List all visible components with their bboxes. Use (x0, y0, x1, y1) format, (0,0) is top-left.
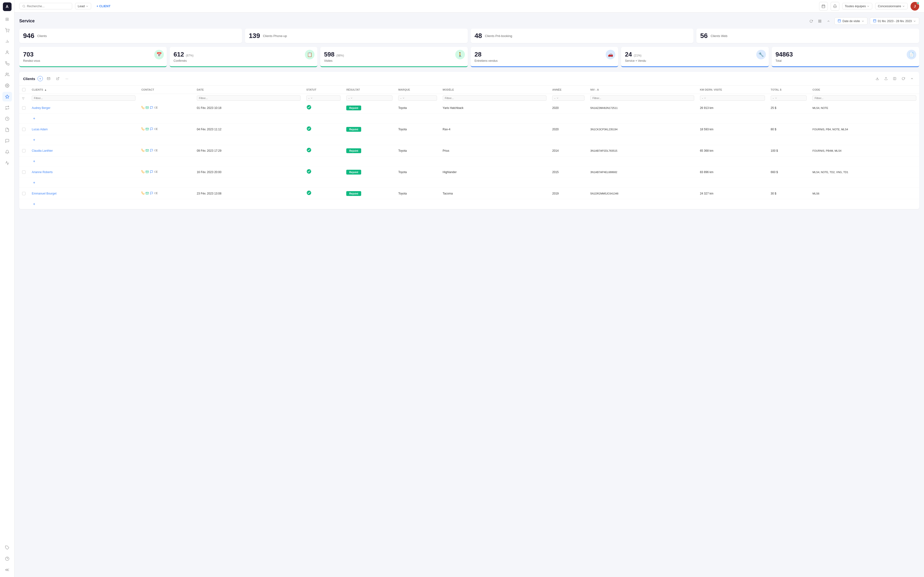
client-name-0[interactable]: Audrey Berger (32, 106, 50, 110)
filter-annee-select[interactable]: - (552, 95, 585, 101)
table-collapse-button[interactable] (909, 75, 915, 82)
sidebar-item-pulse[interactable] (2, 158, 12, 168)
col-contact[interactable]: Contact (138, 85, 194, 94)
row-checkbox-2[interactable] (22, 149, 26, 152)
sidebar-item-chart[interactable] (2, 37, 12, 46)
row-checkbox-1[interactable] (22, 128, 26, 131)
add-contact-button-4[interactable]: + (32, 202, 37, 206)
sidebar-item-clock[interactable] (2, 114, 12, 124)
col-code[interactable]: Code (809, 85, 919, 94)
chat-icon[interactable] (150, 106, 153, 110)
filter-total-select[interactable]: - (771, 95, 807, 101)
filter-niv-input[interactable] (590, 95, 694, 101)
filter-date-input[interactable] (197, 95, 300, 101)
video-icon[interactable] (154, 127, 157, 131)
col-resultat[interactable]: Résultat (343, 85, 395, 94)
table-refresh-button[interactable] (900, 75, 907, 82)
email-icon-button[interactable] (45, 75, 52, 82)
filter-km-select[interactable]: - (700, 95, 765, 101)
client-name-1[interactable]: Lucas Adam (32, 128, 48, 131)
video-icon[interactable] (154, 192, 157, 195)
filter-resultat-select[interactable]: - (346, 95, 393, 101)
video-icon[interactable] (154, 149, 157, 153)
chat-icon[interactable] (150, 127, 153, 131)
col-clients[interactable]: Clients ▲ (29, 85, 138, 94)
add-contact-button-0[interactable]: + (32, 116, 37, 121)
add-contact-button-3[interactable]: + (32, 180, 37, 185)
add-row-button[interactable]: + (37, 76, 43, 81)
add-client-button[interactable]: + CLIENT (94, 3, 113, 9)
phone-icon[interactable] (141, 127, 144, 131)
phone-icon[interactable] (141, 106, 144, 110)
filter-statut-select[interactable]: - (306, 95, 341, 101)
search-input[interactable] (27, 4, 69, 8)
client-name-4[interactable]: Emmanuel Bourget (32, 192, 57, 195)
more-options-button[interactable]: ··· (63, 75, 70, 82)
phone-icon[interactable] (141, 170, 144, 174)
sidebar-item-person[interactable] (2, 48, 12, 57)
upload-icon-button[interactable] (883, 75, 889, 82)
chat-icon[interactable] (150, 149, 153, 153)
row-checkbox-0[interactable] (22, 106, 26, 110)
filter-client-input[interactable] (32, 95, 136, 101)
row-checkbox-4[interactable] (22, 192, 26, 195)
client-name-2[interactable]: Claudia Lanthier (32, 149, 53, 152)
date-range-picker[interactable]: 01 fév. 2023 - 28 fév. 2023 (870, 17, 919, 25)
sidebar-item-transfer[interactable] (2, 103, 12, 113)
search-box[interactable] (19, 3, 72, 10)
col-marque[interactable]: Marque (395, 85, 439, 94)
chat-icon[interactable] (150, 192, 153, 195)
email-icon[interactable] (145, 149, 149, 153)
col-modele[interactable]: Modèle (440, 85, 549, 94)
grid-icon-button[interactable] (816, 18, 824, 25)
col-date[interactable]: Date (194, 85, 304, 94)
calendar-icon-button[interactable] (819, 2, 828, 11)
sidebar-item-users[interactable] (2, 70, 12, 79)
download-icon-button[interactable] (874, 75, 881, 82)
sidebar-item-notification[interactable] (2, 147, 12, 157)
phone-icon[interactable] (141, 149, 144, 153)
video-icon[interactable] (154, 106, 157, 110)
lead-dropdown[interactable]: Lead (75, 3, 91, 10)
phone-icon[interactable] (141, 192, 144, 195)
video-icon[interactable] (154, 170, 157, 174)
sidebar-item-tag[interactable] (2, 543, 12, 553)
date-filter-dropdown[interactable]: Date de visite (835, 17, 867, 25)
filter-modele-input[interactable] (443, 95, 546, 101)
client-name-3[interactable]: Arianne Roberts (32, 171, 53, 174)
sidebar-item-receipt[interactable] (2, 125, 12, 135)
sidebar-item-settings[interactable] (2, 81, 12, 90)
refresh-icon-button[interactable] (808, 18, 815, 25)
col-statut[interactable]: Statut (304, 85, 343, 94)
notification-icon-button[interactable] (830, 2, 839, 11)
sidebar-item-phone[interactable] (2, 59, 12, 68)
sidebar-item-collapse[interactable]: ≪ (2, 565, 12, 575)
col-annee[interactable]: Année (549, 85, 587, 94)
sidebar-item-shopping[interactable] (2, 26, 12, 35)
sidebar-item-help[interactable] (2, 554, 12, 564)
sidebar-item-home[interactable]: ⊞ (2, 15, 12, 24)
chat-icon[interactable] (150, 170, 153, 174)
filter-marque-select[interactable]: - (398, 95, 437, 101)
col-niv[interactable]: NIV - A (587, 85, 697, 94)
teams-dropdown[interactable]: Toutes équipes (842, 3, 872, 10)
stat-number-2: 598 (98%) (324, 51, 464, 58)
concession-dropdown[interactable]: Concessionnaire (875, 3, 908, 10)
select-all-checkbox[interactable] (22, 88, 26, 91)
sidebar-item-analytics[interactable] (2, 92, 12, 102)
filter-code-input[interactable] (813, 95, 916, 101)
email-icon[interactable] (145, 127, 149, 131)
col-km[interactable]: KM dern. visite (697, 85, 768, 94)
email-icon[interactable] (145, 170, 149, 174)
col-total[interactable]: Total $ (768, 85, 810, 94)
row-checkbox-3[interactable] (22, 171, 26, 174)
email-icon[interactable] (145, 192, 149, 195)
email-icon[interactable] (145, 106, 149, 110)
share-icon-button[interactable] (54, 75, 61, 82)
columns-icon-button[interactable] (891, 75, 898, 82)
avatar[interactable]: J (911, 2, 919, 11)
chevron-up-icon-button[interactable] (825, 18, 832, 25)
add-contact-button-1[interactable]: + (32, 137, 37, 142)
sidebar-item-comment[interactable] (2, 136, 12, 146)
add-contact-button-2[interactable]: + (32, 159, 37, 164)
